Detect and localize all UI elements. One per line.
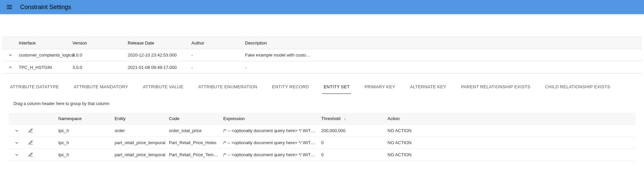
cell-interface: customer_complaints_logical <box>19 53 72 58</box>
constraint-table: Namespace Entity Code Expression Thresho… <box>9 113 635 161</box>
cell-namespace: tpc_h <box>58 152 115 157</box>
tab-bar: ATTRIBUTE DATATYPE ATTRIBUTE MANDATORY A… <box>9 79 635 94</box>
col-header-version[interactable]: Version <box>72 40 128 45</box>
cell-namespace: tpc_h <box>58 128 115 133</box>
tab-attribute-datatype[interactable]: ATTRIBUTE DATATYPE <box>9 81 60 94</box>
tab-child-relationship[interactable]: CHILD RELATIONSHIP EXISTS <box>544 81 611 94</box>
col-header-entity[interactable]: Entity <box>115 116 169 121</box>
col-header-threshold[interactable]: Threshold ↓ <box>321 116 388 121</box>
cell-release: 2021-01-08 09:49:17.000 <box>128 65 191 70</box>
chevron-down-icon[interactable] <box>14 152 20 158</box>
table-row: TPC_H_HSTGIN 3.0.0 2021-01-08 09:49:17.0… <box>2 61 642 73</box>
cell-version: 3.0.0 <box>72 65 128 70</box>
col-header-threshold-label: Threshold <box>321 116 341 121</box>
group-by-hint[interactable]: Drag a column header here to group by th… <box>9 101 635 106</box>
cell-action: NO ACTION <box>388 152 635 157</box>
page-title: Constraint Settings <box>20 4 71 11</box>
edit-icon[interactable] <box>27 127 34 134</box>
cell-entity: order <box>115 128 169 133</box>
cell-action: NO ACTION <box>388 140 635 145</box>
cell-description: Fake example model with custo… <box>245 53 642 58</box>
cell-entity: part_retail_price_temporal <box>115 152 169 157</box>
tab-entity-record[interactable]: ENTITY RECORD <box>271 81 310 94</box>
table-row: customer_complaints_logical 3.0.0 2020-1… <box>2 49 642 61</box>
tab-attribute-mandatory[interactable]: ATTRIBUTE MANDATORY <box>72 81 129 94</box>
col-header-namespace[interactable]: Namespace <box>58 116 115 121</box>
tab-alternate-key[interactable]: ALTERNATE KEY <box>409 81 448 94</box>
cell-code: Part_Retail_Price_Holes <box>169 140 223 145</box>
cell-author: - <box>191 53 245 58</box>
cell-namespace: tpc_h <box>58 140 115 145</box>
tab-entity-set[interactable]: ENTITY SET <box>322 81 351 94</box>
chevron-up-icon[interactable] <box>7 64 13 70</box>
chevron-down-icon[interactable] <box>7 52 13 58</box>
table-row: tpc_h part_retail_price_temporal Part_Re… <box>9 137 635 149</box>
sort-desc-icon: ↓ <box>344 116 346 121</box>
cell-expression: /* -- <optionally document query here> *… <box>223 152 321 157</box>
detail-panel: ATTRIBUTE DATATYPE ATTRIBUTE MANDATORY A… <box>2 76 642 168</box>
cell-action: NO ACTION <box>388 128 635 133</box>
constraint-table-header: Namespace Entity Code Expression Thresho… <box>9 113 635 125</box>
edit-icon[interactable] <box>27 151 34 159</box>
menu-icon[interactable] <box>3 1 15 13</box>
chevron-down-icon[interactable] <box>14 128 20 134</box>
col-header-release[interactable]: Release Date <box>128 40 191 45</box>
col-header-author[interactable]: Author <box>191 40 245 45</box>
col-header-action[interactable]: Action <box>388 116 635 121</box>
table-row: tpc_h part_retail_price_temporal Part_Re… <box>9 149 635 161</box>
cell-expression: /* -- <optionally document query here> *… <box>223 128 321 133</box>
app-bar: Constraint Settings <box>0 0 644 14</box>
cell-description: - <box>245 65 642 70</box>
cell-interface: TPC_H_HSTGIN <box>19 65 72 70</box>
col-header-description[interactable]: Description <box>245 40 642 45</box>
cell-code: order_total_price <box>169 128 223 133</box>
cell-threshold: 0 <box>321 152 388 157</box>
cell-code: Part_Retail_Price_Temporal_O… <box>169 152 223 157</box>
tab-attribute-value[interactable]: ATTRIBUTE VALUE <box>141 81 185 94</box>
cell-author: - <box>191 65 245 70</box>
cell-expression: /* -- <optionally document query here> *… <box>223 140 321 145</box>
cell-threshold: 200,000,000 <box>321 128 388 133</box>
tab-parent-relationship[interactable]: PARENT RELATIONSHIP EXISTS <box>460 81 532 94</box>
cell-entity: part_retail_price_temporal <box>115 140 169 145</box>
table-row: tpc_h order order_total_price /* -- <opt… <box>9 125 635 137</box>
chevron-down-icon[interactable] <box>14 140 20 146</box>
interface-table: Interface Version Release Date Author De… <box>2 37 642 74</box>
cell-version: 3.0.0 <box>72 53 128 58</box>
interface-table-header: Interface Version Release Date Author De… <box>2 37 642 49</box>
col-header-code[interactable]: Code <box>169 116 223 121</box>
cell-threshold: 0 <box>321 140 388 145</box>
col-header-expression[interactable]: Expression <box>223 116 321 121</box>
col-header-interface[interactable]: Interface <box>19 40 72 45</box>
tab-primary-key[interactable]: PRIMARY KEY <box>363 81 397 94</box>
tab-attribute-enumeration[interactable]: ATTRIBUTE ENUMERATION <box>197 81 258 94</box>
cell-release: 2020-12-10 23:42:53.000 <box>128 53 191 58</box>
edit-icon[interactable] <box>27 139 34 147</box>
